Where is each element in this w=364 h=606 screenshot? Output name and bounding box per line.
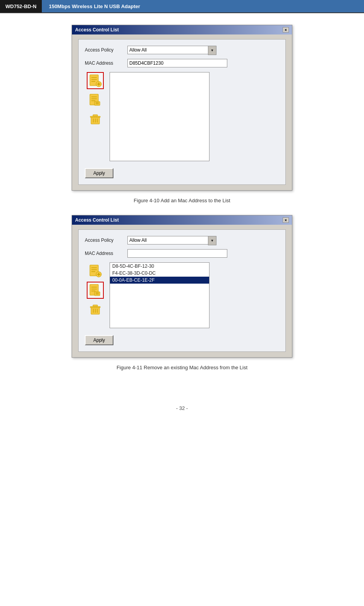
figure1-apply-button[interactable]: Apply [85, 168, 113, 178]
svg-rect-36 [93, 305, 98, 306]
delete-icon [88, 112, 102, 126]
page-header: WD752-BD-N 150Mbps Wireless Lite N USB A… [0, 0, 364, 13]
figure2-inner-panel: Access Policy Allow All Deny All MAC Add… [78, 229, 286, 352]
figure1-title: Access Control List [75, 27, 119, 33]
figure2-mac-input[interactable] [127, 249, 227, 258]
figure1-list-box[interactable] [110, 72, 209, 161]
figure1-content: Access Policy Allow All Deny All MAC Add… [72, 34, 292, 190]
figure2-content: Access Policy Allow All Deny All MAC Add… [72, 225, 292, 357]
figure1-mac-row: MAC Address [85, 59, 279, 67]
figure2-apply-button[interactable]: Apply [85, 335, 113, 345]
figure1-select-wrapper: Allow All Deny All [127, 46, 216, 54]
list-item[interactable]: D8-5D-4C-BF-12-30 [110, 263, 209, 270]
svg-rect-31 [94, 292, 100, 296]
add-document-icon [88, 74, 102, 88]
figure2-mac-label: MAC Address [85, 251, 127, 256]
figure2-icon-column [85, 262, 106, 318]
figure1-access-policy-label: Access Policy [85, 47, 127, 53]
figure1-access-policy-row: Access Policy Allow All Deny All [85, 46, 279, 54]
edit-document-icon-2 [88, 283, 102, 297]
figure2-select-container: Allow All Deny All [127, 236, 216, 244]
svg-rect-11 [94, 102, 100, 105]
figure2-list-box[interactable]: D8-5D-4C-BF-12-30F4-EC-38-3D-C0-DC00-0A-… [110, 262, 209, 328]
figure2-select-wrapper: Allow All Deny All [127, 236, 216, 244]
figure2-edit-icon-button[interactable] [87, 282, 104, 299]
figure2-titlebar: Access Control List × [72, 215, 292, 225]
figure2-access-policy-row: Access Policy Allow All Deny All [85, 236, 279, 244]
figure1-close-button[interactable]: × [283, 27, 289, 33]
figure1-add-icon-button[interactable] [87, 72, 104, 89]
page-footer: - 32 - [176, 405, 188, 411]
figure1-mac-label: MAC Address [85, 60, 127, 66]
figure2-mac-row: MAC Address [85, 249, 279, 258]
figure1-icons-list-row [85, 72, 279, 161]
model-name: WD752-BD-N [0, 0, 42, 12]
figure1-delete-icon-button[interactable] [87, 111, 104, 128]
figure1-titlebar: Access Control List × [72, 25, 292, 34]
page-body: Access Control List × Access Policy Allo… [0, 13, 364, 427]
figure2-close-button[interactable]: × [283, 217, 289, 223]
product-description: 150Mbps Wireless Lite N USB Adapter [42, 0, 364, 12]
figure1-mac-input[interactable] [127, 59, 227, 67]
svg-rect-16 [93, 115, 98, 116]
figure2-access-policy-select[interactable]: Allow All Deny All [127, 236, 216, 244]
figure1-select-container: Allow All Deny All [127, 46, 216, 54]
list-item[interactable]: F4-EC-38-3D-C0-DC [110, 270, 209, 277]
figure1-access-policy-select[interactable]: Allow All Deny All [127, 46, 216, 54]
figure1-caption: Figure 4-10 Add an Mac Address to the Li… [134, 198, 230, 203]
edit-document-icon [88, 93, 102, 107]
list-item[interactable]: 00-0A-EB-CE-1E-2F [110, 277, 209, 284]
figure1-edit-icon-button[interactable] [87, 91, 104, 108]
page-number: - 32 - [176, 405, 188, 411]
figure1-dialog: Access Control List × Access Policy Allo… [72, 25, 292, 191]
delete-icon-2 [88, 303, 102, 317]
figure2-access-policy-label: Access Policy [85, 238, 127, 243]
figure2-delete-icon-button[interactable] [87, 301, 104, 318]
figure1-inner-panel: Access Policy Allow All Deny All MAC Add… [78, 39, 286, 185]
figure2-caption: Figure 4-11 Remove an existing Mac Addre… [117, 365, 247, 370]
figure2-title: Access Control List [75, 217, 119, 223]
figure2-add-icon-button[interactable] [87, 262, 104, 279]
figure2-dialog: Access Control List × Access Policy Allo… [72, 215, 292, 358]
add-document-icon-2 [88, 264, 102, 278]
figure2-icons-list-row: D8-5D-4C-BF-12-30F4-EC-38-3D-C0-DC00-0A-… [85, 262, 279, 328]
figure1-icon-column [85, 72, 106, 128]
